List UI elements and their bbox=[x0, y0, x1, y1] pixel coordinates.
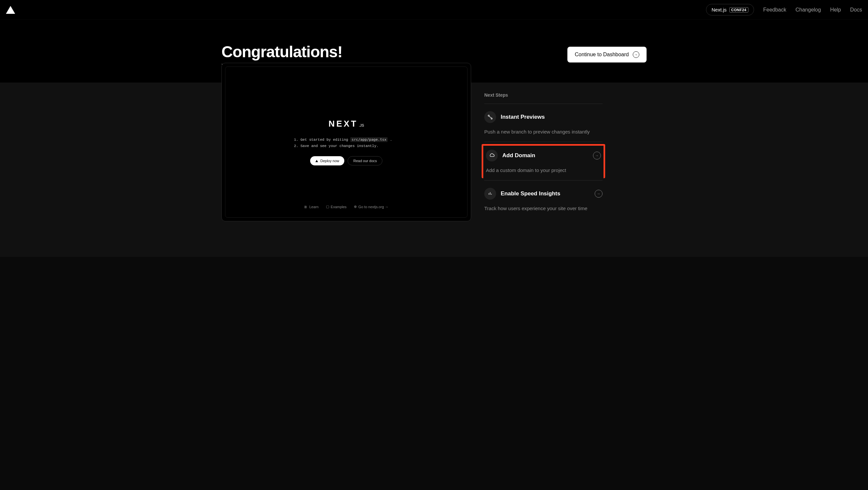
deployment-preview-card[interactable]: NEXT .JS Get started by editing src/app/… bbox=[221, 63, 471, 221]
preview-steps-list: Get started by editing src/app/page.tsx … bbox=[301, 138, 392, 150]
arrow-right-circle-icon: → bbox=[595, 190, 602, 198]
preview-step-2: Save and see your changes instantly. bbox=[301, 144, 392, 148]
step-add-domain[interactable]: Add Domain → Add a custom domain to your… bbox=[482, 144, 605, 178]
preview-step-1: Get started by editing src/app/page.tsx … bbox=[301, 138, 392, 142]
top-bar: Next.js CONF24 Feedback Changelog Help D… bbox=[0, 0, 868, 20]
nav-feedback[interactable]: Feedback bbox=[763, 7, 786, 13]
nav-help[interactable]: Help bbox=[830, 7, 841, 13]
nextjs-conf-pill[interactable]: Next.js CONF24 bbox=[706, 4, 754, 16]
conf-badge: CONF24 bbox=[730, 7, 748, 12]
globe-icon: ⊕ bbox=[354, 205, 357, 209]
nextjs-logo: NEXT .JS bbox=[329, 119, 364, 129]
window-icon: ▢ bbox=[326, 205, 329, 209]
continue-to-dashboard-button[interactable]: Continue to Dashboard → bbox=[567, 47, 647, 62]
svg-point-0 bbox=[488, 115, 490, 116]
step-title: Instant Previews bbox=[501, 114, 602, 120]
svg-point-1 bbox=[491, 118, 493, 119]
preview-deploy-button: Deploy now bbox=[310, 156, 344, 166]
preview-footer-examples: ▢Examples bbox=[326, 205, 347, 209]
preview-docs-button: Read our docs bbox=[348, 156, 382, 166]
nav-changelog[interactable]: Changelog bbox=[796, 7, 821, 13]
preview-footer-goto: ⊕Go to nextjs.org → bbox=[354, 205, 389, 209]
branch-icon bbox=[484, 111, 496, 123]
step-title: Enable Speed Insights bbox=[501, 191, 590, 197]
nav-docs[interactable]: Docs bbox=[850, 7, 862, 13]
cloud-icon bbox=[486, 150, 498, 162]
top-nav: Feedback Changelog Help Docs bbox=[763, 7, 862, 13]
step-desc: Push a new branch to preview changes ins… bbox=[484, 129, 602, 135]
hero-title: Congratulations! bbox=[221, 43, 342, 61]
conf-brand: Next.js bbox=[712, 7, 727, 12]
deployment-preview: NEXT .JS Get started by editing src/app/… bbox=[225, 66, 467, 218]
step-title: Add Domain bbox=[502, 152, 588, 159]
preview-footer-links: 🗎Learn ▢Examples ⊕Go to nextjs.org → bbox=[225, 205, 467, 209]
arrow-right-circle-icon: → bbox=[633, 51, 639, 58]
bar-chart-icon bbox=[484, 188, 496, 200]
dashboard-button-label: Continue to Dashboard bbox=[575, 52, 629, 58]
vercel-logo[interactable] bbox=[6, 5, 15, 15]
step-desc: Add a custom domain to your project bbox=[486, 167, 601, 173]
next-steps-heading: Next Steps bbox=[484, 92, 602, 104]
preview-footer-learn: 🗎Learn bbox=[304, 205, 318, 209]
arrow-right-circle-icon: → bbox=[593, 152, 601, 160]
next-steps-panel: Next Steps Instant Previews Push a new b… bbox=[484, 83, 602, 219]
document-icon: 🗎 bbox=[304, 205, 308, 209]
step-desc: Track how users experience your site ove… bbox=[484, 205, 602, 211]
step-enable-speed-insights[interactable]: Enable Speed Insights → Track how users … bbox=[484, 180, 602, 219]
vercel-triangle-icon bbox=[315, 160, 318, 162]
step-instant-previews[interactable]: Instant Previews Push a new branch to pr… bbox=[484, 104, 602, 142]
